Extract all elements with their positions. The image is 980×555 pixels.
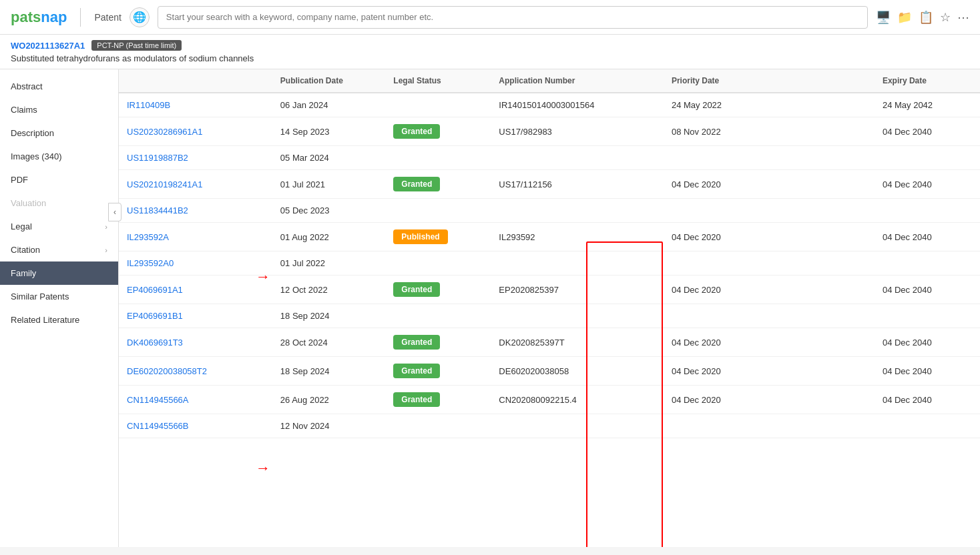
expiry-date-cell: 04 Dec 2040 (875, 328, 980, 357)
pub-date-cell: 18 Sep 2024 (272, 357, 386, 386)
extra-date-cell (769, 251, 875, 275)
expiry-date-cell: 24 May 2042 (875, 93, 980, 117)
status-cell (385, 146, 491, 170)
app-number-cell (491, 199, 664, 223)
patent-link[interactable]: EP4069691A1 (127, 285, 183, 295)
priority-date-cell: 04 Dec 2020 (664, 328, 769, 357)
table-row: DK4069691T328 Oct 2024GrantedDK202082539… (119, 328, 980, 357)
priority-date-cell: 04 Dec 2020 (664, 357, 769, 386)
sidebar-item-label: Citation (11, 245, 40, 255)
patent-link[interactable]: US11919887B2 (127, 153, 188, 163)
sidebar-item-similar-patents[interactable]: Similar Patents (0, 285, 118, 308)
app-number-cell: EP2020825397 (491, 275, 664, 304)
sidebar-item-claims[interactable]: Claims (0, 98, 118, 121)
extra-date-cell (769, 386, 875, 414)
expiry-date-cell (875, 199, 980, 223)
sidebar-item-valuation[interactable]: Valuation (0, 191, 118, 215)
family-table: Publication Date Legal Status Applicatio… (119, 69, 980, 438)
table-row: IR110409B06 Jan 2024IR140150140003001564… (119, 93, 980, 117)
priority-date-cell (664, 304, 769, 328)
patent-link[interactable]: US20210198241A1 (127, 179, 203, 189)
app-number-cell (491, 304, 664, 328)
priority-date-cell (664, 414, 769, 438)
patent-link[interactable]: IR110409B (127, 100, 170, 110)
priority-date-cell: 04 Dec 2020 (664, 386, 769, 414)
main-layout: Abstract Claims Description Images (340)… (0, 69, 980, 547)
table-row: EP4069691B118 Sep 2024 (119, 304, 980, 328)
patent-link[interactable]: US11834441B2 (127, 205, 188, 215)
patent-link[interactable]: DK4069691T3 (127, 338, 183, 348)
sidebar-item-label: Family (11, 268, 36, 278)
app-number-cell: US17/982983 (491, 117, 664, 146)
share-icon[interactable]: ⋯ (957, 10, 969, 25)
patent-link[interactable]: IL293592A0 (127, 258, 174, 268)
copy-icon[interactable]: 📋 (919, 10, 933, 25)
sidebar-item-pdf[interactable]: PDF (0, 168, 118, 191)
extra-date-cell (769, 199, 875, 223)
patent-link[interactable]: CN114945566B (127, 421, 189, 431)
patent-link[interactable]: DE602020038058T2 (127, 366, 207, 376)
patent-link[interactable]: US20230286961A1 (127, 127, 203, 137)
chevron-right-icon: › (105, 246, 107, 254)
header: patsnap Patent 🌐 🖥️ 📁 📋 ☆ ⋯ (0, 0, 980, 35)
col-header-status: Legal Status (385, 69, 491, 93)
table-row: US20210198241A101 Jul 2021GrantedUS17/11… (119, 170, 980, 199)
status-cell: Granted (385, 328, 491, 357)
sidebar-item-legal[interactable]: Legal › (0, 215, 118, 238)
priority-date-cell: 08 Nov 2022 (664, 117, 769, 146)
expiry-date-cell (875, 304, 980, 328)
sidebar-item-related-literature[interactable]: Related Literature (0, 308, 118, 332)
status-cell: Granted (385, 170, 491, 199)
extra-date-cell (769, 304, 875, 328)
sidebar-item-abstract[interactable]: Abstract (0, 75, 118, 98)
app-number-cell: CN202080092215.4 (491, 386, 664, 414)
sidebar: Abstract Claims Description Images (340)… (0, 69, 119, 547)
table-row: US11834441B205 Dec 2023 (119, 199, 980, 223)
content-area: Publication Date Legal Status Applicatio… (119, 69, 980, 547)
globe-button[interactable]: 🌐 (130, 7, 150, 27)
patent-link[interactable]: CN114945566A (127, 395, 189, 405)
search-input[interactable] (158, 6, 868, 29)
patent-link[interactable]: IL293592A (127, 232, 169, 242)
status-cell: Granted (385, 357, 491, 386)
content-wrapper: Publication Date Legal Status Applicatio… (119, 69, 980, 536)
status-cell (385, 199, 491, 223)
table-row: DE602020038058T218 Sep 2024GrantedDE6020… (119, 357, 980, 386)
patent-link[interactable]: EP4069691B1 (127, 311, 183, 321)
pub-date-cell: 12 Oct 2022 (272, 275, 386, 304)
patent-id-row: WO2021113627A1 PCT-NP (Past time limit) (11, 40, 969, 51)
sidebar-item-description[interactable]: Description (0, 121, 118, 145)
col-header-patent (119, 69, 272, 93)
status-badge: Granted (393, 392, 440, 407)
priority-date-cell: 04 Dec 2020 (664, 275, 769, 304)
save-icon[interactable]: 🖥️ (876, 10, 891, 25)
app-number-cell: US17/112156 (491, 170, 664, 199)
expiry-date-cell (875, 146, 980, 170)
sidebar-item-label: Valuation (11, 198, 46, 208)
status-badge: Granted (393, 124, 440, 139)
logo: patsnap (11, 9, 67, 26)
row-arrow-ep4069691b1: → (256, 460, 270, 477)
sidebar-item-citation[interactable]: Citation › (0, 238, 118, 261)
pub-date-cell: 05 Mar 2024 (272, 146, 386, 170)
status-cell (385, 304, 491, 328)
sidebar-item-family[interactable]: Family (0, 261, 118, 285)
sidebar-item-images[interactable]: Images (340) (0, 145, 118, 168)
table-row: IL293592A001 Jul 2022 (119, 251, 980, 275)
sidebar-collapse-button[interactable]: ‹ (108, 203, 121, 221)
app-number-cell (491, 146, 664, 170)
priority-date-cell (664, 251, 769, 275)
pub-date-cell: 12 Nov 2024 (272, 414, 386, 438)
folder-icon[interactable]: 📁 (897, 10, 912, 25)
pub-date-cell: 14 Sep 2023 (272, 117, 386, 146)
pub-date-cell: 28 Oct 2024 (272, 328, 386, 357)
status-cell (385, 414, 491, 438)
patent-id[interactable]: WO2021113627A1 (11, 41, 85, 51)
star-icon[interactable]: ☆ (940, 10, 951, 25)
extra-date-cell (769, 146, 875, 170)
status-cell: Published (385, 223, 491, 251)
extra-date-cell (769, 117, 875, 146)
status-cell: Granted (385, 275, 491, 304)
app-number-cell: DE602020038058 (491, 357, 664, 386)
pub-date-cell: 01 Jul 2021 (272, 170, 386, 199)
